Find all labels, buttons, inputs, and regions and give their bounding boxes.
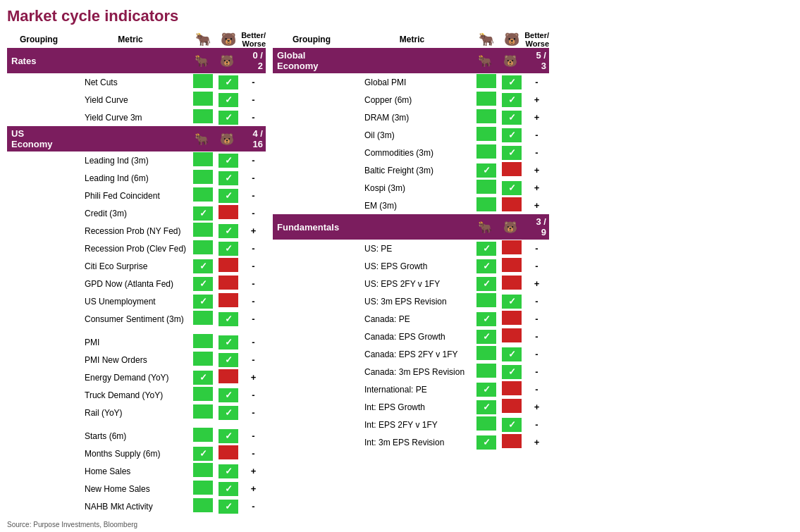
bw-signal: + bbox=[524, 179, 549, 197]
data-row: EM (3m) + bbox=[273, 197, 549, 214]
metric-grouping-spacer bbox=[273, 144, 350, 161]
spacer-row bbox=[7, 328, 266, 333]
bw-signal: - bbox=[524, 257, 549, 275]
checkmark-icon: ✓ bbox=[225, 337, 233, 347]
data-row: PMI ✓ - bbox=[7, 333, 266, 351]
metric-grouping-spacer bbox=[7, 292, 70, 310]
group-row: US Economy 🐂 🐻 4 / 16 bbox=[7, 126, 266, 151]
signal-cell: ✓ bbox=[474, 275, 499, 292]
checkmark-icon: ✓ bbox=[483, 314, 491, 324]
checkmark-icon: ✓ bbox=[508, 366, 516, 377]
signal-cell: ✓ bbox=[216, 427, 241, 445]
metric-name: Recession Prob (NY Fed) bbox=[70, 222, 190, 240]
checkmark-icon: ✓ bbox=[225, 173, 233, 183]
data-row: Truck Demand (YoY) ✓ - bbox=[7, 386, 266, 404]
signal-cell bbox=[474, 197, 499, 214]
data-row: Credit (3m) ✓ - bbox=[7, 204, 266, 222]
metric-name: DRAM (3m) bbox=[350, 109, 474, 126]
bull-group-icon: 🐂 bbox=[478, 55, 492, 67]
bear-group-icon: 🐻 bbox=[220, 133, 234, 145]
group-metric-spacer bbox=[350, 48, 474, 73]
metric-grouping-spacer bbox=[7, 462, 70, 480]
data-row: Baltic Freight (3m) ✓ + bbox=[273, 161, 549, 179]
signal-cell: ✓ bbox=[216, 497, 241, 515]
checkmark-icon: ✓ bbox=[483, 437, 491, 447]
left-bull-header: 🐂 bbox=[190, 31, 216, 48]
bw-signal: - bbox=[524, 144, 549, 161]
data-row: Canada: EPS Growth ✓ - bbox=[273, 328, 549, 345]
signal-cell: ✓ bbox=[216, 462, 241, 480]
signal-cell: ✓ bbox=[499, 91, 524, 109]
checkmark-icon: ✓ bbox=[225, 407, 233, 418]
checkmark-icon: ✓ bbox=[508, 349, 516, 359]
metric-name: Global PMI bbox=[350, 73, 474, 91]
signal-cell: ✓ bbox=[190, 204, 216, 222]
checkmark-icon: ✓ bbox=[225, 466, 233, 476]
group-score: 0 / 2 bbox=[241, 48, 266, 73]
data-row: US: PE ✓ - bbox=[273, 240, 549, 257]
metric-grouping-spacer bbox=[7, 275, 70, 292]
metric-name: Net Cuts bbox=[70, 73, 190, 91]
bw-signal: - bbox=[241, 91, 266, 109]
data-row: US: EPS Growth ✓ - bbox=[273, 257, 549, 275]
checkmark-icon: ✓ bbox=[483, 402, 491, 412]
metric-grouping-spacer bbox=[273, 328, 350, 345]
group-name: Global Economy bbox=[273, 48, 350, 73]
signal-cell bbox=[190, 109, 216, 126]
bw-signal: - bbox=[241, 404, 266, 421]
signal-cell bbox=[474, 126, 499, 144]
left-header-row: Grouping Metric 🐂 🐻 Better/ Worse bbox=[7, 31, 266, 48]
signal-cell: ✓ bbox=[499, 109, 524, 126]
right-grouping-header: Grouping bbox=[273, 31, 350, 48]
metric-name: Commodities (3m) bbox=[350, 144, 474, 161]
metric-name: Credit (3m) bbox=[70, 204, 190, 222]
group-score: 3 / 9 bbox=[524, 214, 549, 240]
bw-signal: - bbox=[241, 151, 266, 169]
data-row: Home Sales ✓ + bbox=[7, 462, 266, 480]
metric-name: Leading Ind (3m) bbox=[70, 151, 190, 169]
metric-name: Copper (6m) bbox=[350, 91, 474, 109]
signal-cell bbox=[190, 497, 216, 515]
bw-signal: - bbox=[241, 310, 266, 328]
page-title: Market cycle indicators bbox=[7, 7, 793, 25]
metric-grouping-spacer bbox=[7, 151, 70, 169]
checkmark-icon: ✓ bbox=[508, 112, 516, 123]
checkmark-icon: ✓ bbox=[508, 77, 516, 87]
checkmark-icon: ✓ bbox=[225, 501, 233, 512]
metric-grouping-spacer bbox=[273, 179, 350, 197]
signal-cell bbox=[474, 363, 499, 381]
signal-cell: ✓ bbox=[499, 345, 524, 363]
signal-cell: ✓ bbox=[499, 73, 524, 91]
data-row: Copper (6m) ✓ + bbox=[273, 91, 549, 109]
signal-cell: ✓ bbox=[216, 187, 241, 204]
signal-cell: ✓ bbox=[216, 151, 241, 169]
signal-cell bbox=[216, 204, 241, 222]
data-row: Energy Demand (YoY) ✓ + bbox=[7, 369, 266, 386]
signal-cell: ✓ bbox=[474, 240, 499, 257]
signal-cell bbox=[499, 310, 524, 328]
metric-grouping-spacer bbox=[7, 109, 70, 126]
checkmark-icon: ✓ bbox=[199, 208, 207, 218]
signal-cell bbox=[190, 427, 216, 445]
signal-cell bbox=[499, 328, 524, 345]
data-row: DRAM (3m) ✓ + bbox=[273, 109, 549, 126]
data-row: Yield Curve ✓ - bbox=[7, 91, 266, 109]
metric-name: US: PE bbox=[350, 240, 474, 257]
signal-cell bbox=[474, 179, 499, 197]
metric-grouping-spacer bbox=[7, 187, 70, 204]
metric-name: PMI New Orders bbox=[70, 351, 190, 369]
signal-cell: ✓ bbox=[216, 222, 241, 240]
signal-cell: ✓ bbox=[216, 240, 241, 257]
group-name: Fundamentals bbox=[273, 214, 350, 240]
checkmark-icon: ✓ bbox=[508, 94, 516, 105]
signal-cell bbox=[190, 151, 216, 169]
bw-signal: + bbox=[241, 369, 266, 386]
signal-cell: ✓ bbox=[216, 480, 241, 497]
signal-cell: ✓ bbox=[190, 292, 216, 310]
checkmark-icon: ✓ bbox=[199, 296, 207, 307]
metric-name: EM (3m) bbox=[350, 197, 474, 214]
data-row: US: EPS 2FY v 1FY ✓ + bbox=[273, 275, 549, 292]
signal-cell bbox=[474, 109, 499, 126]
bw-signal: - bbox=[241, 497, 266, 515]
better-label: Better/ bbox=[241, 31, 266, 39]
